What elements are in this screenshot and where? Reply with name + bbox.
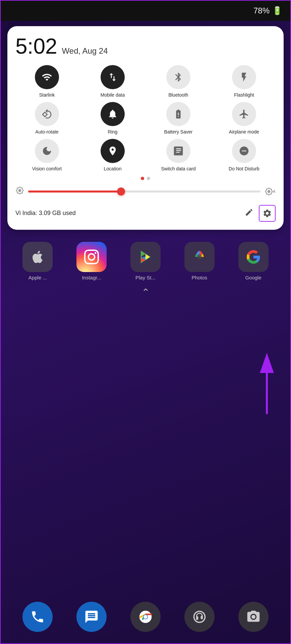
mobiledata-label: Mobile data (101, 92, 125, 98)
time-row: 5:02 Wed, Aug 24 (15, 36, 276, 57)
ring-label: Ring (108, 129, 118, 135)
autorotate-icon-circle (35, 102, 59, 126)
location-label: Location (104, 166, 122, 172)
tile-autorotate[interactable]: Auto-rotate (15, 102, 78, 135)
location-icon-circle (101, 139, 125, 163)
tile-bluetooth[interactable]: Bluetooth (147, 65, 210, 98)
status-bar: 78% 🔋 (1, 1, 290, 21)
apple-icon (22, 242, 53, 272)
instagram-icon (76, 242, 107, 272)
bluetooth-label: Bluetooth (168, 92, 188, 98)
bluetooth-icon-circle (166, 65, 190, 89)
photos-icon (184, 242, 215, 272)
playstore-label: Play St... (135, 275, 156, 280)
data-usage-text: Vi India: 3.09 GB used (15, 210, 76, 217)
dock-messages[interactable] (76, 602, 107, 632)
tile-ring[interactable]: Ring (81, 102, 144, 135)
app-drawer-chevron[interactable]: ⌃ (141, 286, 150, 298)
tile-airplanemode[interactable]: Airplane mode (213, 102, 276, 135)
tile-batterysaver[interactable]: Battery Saver (147, 102, 210, 135)
visioncomfort-icon-circle (35, 139, 59, 163)
battery-percent: 78% (253, 6, 270, 15)
brightness-fill (28, 191, 121, 193)
app-row: Apple ... Instagr... Play St... (11, 242, 280, 280)
flashlight-icon-circle (232, 65, 256, 89)
dock (1, 597, 290, 637)
tiles-grid: Starlink Mobile data Bluetooth Flashligh… (15, 65, 276, 172)
instagram-label: Instagr... (82, 275, 101, 280)
svg-point-5 (143, 615, 147, 619)
google-icon (238, 242, 269, 272)
svg-point-1 (197, 254, 202, 259)
switchdatacard-label: Switch data card (161, 166, 196, 172)
batterysaver-label: Battery Saver (164, 129, 193, 135)
starlink-label: Starlink (39, 92, 55, 98)
page-dots (15, 177, 276, 180)
airplanemode-label: Airplane mode (229, 129, 259, 135)
brightness-slider[interactable] (28, 191, 260, 193)
clock-time: 5:02 (15, 36, 57, 57)
settings-button[interactable] (259, 205, 276, 222)
tile-flashlight[interactable]: Flashlight (213, 65, 276, 98)
data-usage-row: Vi India: 3.09 GB used (15, 205, 276, 222)
brightness-row: A (15, 186, 276, 197)
battery-icon: 🔋 (272, 6, 282, 15)
clock-date: Wed, Aug 24 (62, 46, 108, 56)
app-photos[interactable]: Photos (184, 242, 215, 280)
chevron-row: ⌃ (11, 286, 280, 298)
data-icons (245, 205, 276, 222)
brightness-low-icon (15, 186, 24, 197)
switchdatacard-icon-circle (166, 139, 190, 163)
arrow-indicator (257, 350, 277, 417)
apple-label: Apple ... (28, 275, 47, 280)
autorotate-label: Auto-rotate (35, 129, 58, 135)
app-playstore[interactable]: Play St... (130, 242, 161, 280)
tile-donotdisturb[interactable]: Do Not Disturb (213, 139, 276, 172)
brightness-thumb[interactable] (117, 187, 125, 196)
dock-camera[interactable] (238, 602, 269, 632)
photos-label: Photos (191, 275, 207, 280)
tile-mobiledata[interactable]: Mobile data (81, 65, 144, 98)
dock-chrome[interactable] (130, 602, 161, 632)
tile-visioncomfort[interactable]: Vision comfort (15, 139, 78, 172)
tile-location[interactable]: Location (81, 139, 144, 172)
donotdisturb-icon-circle (232, 139, 256, 163)
dock-snap[interactable] (184, 602, 215, 632)
donotdisturb-label: Do Not Disturb (229, 166, 259, 172)
brightness-auto-icon: A (265, 187, 276, 196)
playstore-icon (130, 242, 161, 272)
flashlight-label: Flashlight (234, 92, 254, 98)
tile-starlink[interactable]: Starlink (15, 65, 78, 98)
app-instagram[interactable]: Instagr... (76, 242, 107, 280)
tile-switchdatacard[interactable]: Switch data card (147, 139, 210, 172)
mobiledata-icon-circle (101, 65, 125, 89)
starlink-icon-circle (35, 65, 59, 89)
quick-settings-card: 5:02 Wed, Aug 24 Starlink Mobile data Bl… (7, 26, 284, 230)
home-screen: Apple ... Instagr... Play St... (1, 235, 290, 298)
page-dot-1[interactable] (141, 177, 144, 180)
google-label: Google (245, 275, 261, 280)
battery-status: 78% 🔋 (253, 6, 282, 15)
airplanemode-icon-circle (232, 102, 256, 126)
batterysaver-icon-circle (166, 102, 190, 126)
ring-icon-circle (101, 102, 125, 126)
app-google[interactable]: Google (238, 242, 269, 280)
dock-phone[interactable] (22, 602, 53, 632)
visioncomfort-label: Vision comfort (32, 166, 62, 172)
edit-icon[interactable] (245, 208, 253, 219)
page-dot-2[interactable] (147, 177, 150, 180)
app-apple[interactable]: Apple ... (22, 242, 53, 280)
